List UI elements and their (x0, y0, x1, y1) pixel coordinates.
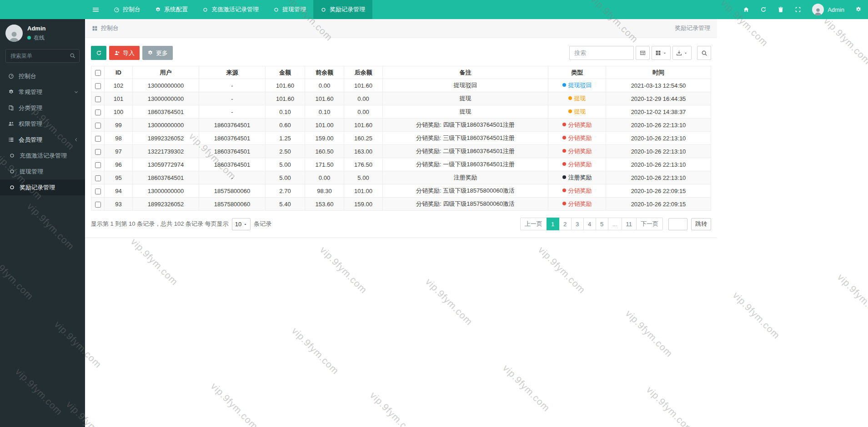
cell-remark: 提现驳回 (383, 79, 548, 92)
fullscreen-icon[interactable] (795, 6, 801, 13)
row-checkbox[interactable] (95, 136, 101, 142)
cell-after-balance: 101.00 (344, 184, 383, 198)
pagination-page-3[interactable]: 3 (571, 218, 584, 230)
pagination-prev[interactable]: 上一页 (520, 218, 547, 230)
column-header-6: 备注 (383, 66, 548, 79)
cell-remark: 分销奖励: 三级下级18603764501注册 (383, 132, 548, 145)
cell-type: 提现驳回 (548, 79, 606, 92)
gauge-icon (8, 73, 15, 79)
pagination-page-1[interactable]: 1 (547, 218, 559, 230)
cell-time: 2020-10-26 22:09:15 (606, 198, 711, 211)
page-title: 奖励记录管理 (675, 24, 710, 32)
type-dot (568, 96, 572, 100)
cell-remark: 提现 (383, 105, 548, 119)
cell-time: 2020-12-02 14:38:37 (606, 105, 711, 119)
cell-id: 93 (105, 198, 133, 211)
topnav-item-0[interactable]: 控制台 (106, 0, 148, 19)
sidebar-item-label: 常规管理 (19, 88, 42, 96)
refresh-button[interactable] (91, 46, 106, 60)
sidebar: Admin 在线 控制台常规管理分类管理权限管理会员管理充值激活记录管理提现管理… (0, 19, 85, 427)
top-navbar: 控制台系统配置充值激活记录管理提现管理奖励记录管理 Admin (0, 0, 868, 19)
row-checkbox[interactable] (95, 109, 101, 115)
sidebar-item-label: 充值激活记录管理 (20, 152, 67, 160)
column-header-8: 时间 (606, 66, 711, 79)
cell-remark: 分销奖励: 四级下级18575800060激活 (383, 198, 548, 211)
sidebar-item-label: 分类管理 (19, 104, 42, 112)
pagination-ellipsis: ... (608, 218, 622, 230)
cell-time: 2020-10-26 22:13:10 (606, 119, 711, 132)
row-checkbox[interactable] (95, 162, 101, 168)
refresh-icon[interactable] (760, 6, 767, 13)
import-button[interactable]: 导入 (109, 46, 140, 60)
sidebar-item-3[interactable]: 权限管理 (0, 116, 85, 132)
row-checkbox[interactable] (95, 96, 101, 102)
watermark: vip.9fym.com (731, 290, 782, 341)
more-button[interactable]: 更多 (142, 46, 173, 60)
topnav-item-1[interactable]: 系统配置 (148, 0, 195, 19)
pagination-page-2[interactable]: 2 (559, 218, 572, 230)
pagination-page-11[interactable]: 11 (622, 218, 637, 230)
table-row: 9413000000000185758000602.7098.30101.00分… (91, 184, 711, 198)
cell-user: 13000000000 (133, 79, 199, 92)
select-all-checkbox[interactable] (95, 70, 101, 76)
type-label: 提现 (574, 95, 586, 102)
type-label: 分销奖励 (568, 134, 592, 141)
cell-after-balance: 0.00 (344, 105, 383, 119)
user-menu[interactable]: Admin (812, 4, 844, 15)
row-checkbox[interactable] (95, 123, 101, 129)
toolbar: 导入 更多 (91, 46, 711, 60)
sidebar-item-1[interactable]: 常规管理 (0, 84, 85, 100)
topnav-item-4[interactable]: 奖励记录管理 (313, 0, 372, 19)
table-row: 9518603764501-5.000.005.00注册奖励注册奖励2020-1… (91, 171, 711, 184)
caret-up-icon (243, 222, 247, 226)
ring-icon (273, 7, 279, 13)
search-input[interactable] (569, 46, 634, 60)
caret-down-icon (683, 51, 688, 55)
type-label[interactable]: 提现驳回 (568, 82, 592, 89)
search-button[interactable] (697, 46, 711, 60)
table-row: 9713221739302186037645012.50160.50163.00… (91, 145, 711, 158)
trash-icon[interactable] (778, 6, 784, 13)
breadcrumb-label[interactable]: 控制台 (101, 24, 119, 32)
sidebar-toggle-button[interactable] (87, 0, 104, 19)
topnav-item-3[interactable]: 提现管理 (266, 0, 313, 19)
sidebar-item-0[interactable]: 控制台 (0, 68, 85, 84)
sidebar-search-input[interactable] (5, 49, 80, 63)
summary-text-before: 显示第 1 到第 10 条记录，总共 102 条记录 每页显示 (91, 220, 229, 228)
card-view-button[interactable] (652, 46, 671, 60)
table-footer: 显示第 1 到第 10 条记录，总共 102 条记录 每页显示 10 条记录 上… (91, 218, 711, 230)
row-checkbox[interactable] (95, 83, 101, 89)
type-dot (568, 109, 572, 113)
cell-time: 2020-10-26 22:13:10 (606, 158, 711, 171)
cell-user: 18992326052 (133, 198, 199, 211)
row-checkbox[interactable] (95, 189, 101, 194)
row-checkbox[interactable] (95, 175, 101, 181)
search-icon (701, 50, 707, 56)
toggle-columns-button[interactable] (636, 46, 650, 60)
pagination-page-5[interactable]: 5 (596, 218, 608, 230)
sidebar-item-4[interactable]: 会员管理 (0, 132, 85, 148)
table-row: 10213000000000-101.600.00101.60提现驳回提现驳回2… (91, 79, 711, 92)
home-icon[interactable] (743, 6, 749, 13)
jump-button[interactable]: 跳转 (691, 218, 711, 230)
sidebar-item-2[interactable]: 分类管理 (0, 100, 85, 116)
row-checkbox[interactable] (95, 202, 101, 208)
topnav-item-2[interactable]: 充值激活记录管理 (195, 0, 266, 19)
jump-page-input[interactable] (668, 218, 687, 230)
sidebar-item-5[interactable]: 充值激活记录管理 (0, 148, 85, 164)
type-dot (562, 162, 566, 166)
pagination-next[interactable]: 下一页 (636, 218, 663, 230)
export-button[interactable] (672, 46, 692, 60)
settings-icon[interactable] (855, 6, 862, 13)
cell-before-balance: 101.00 (305, 119, 344, 132)
page-size-select[interactable]: 10 (232, 218, 251, 230)
cell-before-balance: 160.50 (305, 145, 344, 158)
avatar (812, 4, 824, 15)
cell-time: 2020-12-29 16:44:35 (606, 92, 711, 105)
cell-before-balance: 101.60 (305, 92, 344, 105)
sidebar-item-7[interactable]: 奖励记录管理 (0, 179, 85, 195)
cell-type: 注册奖励 (548, 171, 606, 184)
row-checkbox[interactable] (95, 149, 101, 155)
sidebar-item-6[interactable]: 提现管理 (0, 164, 85, 179)
pagination-page-4[interactable]: 4 (583, 218, 596, 230)
